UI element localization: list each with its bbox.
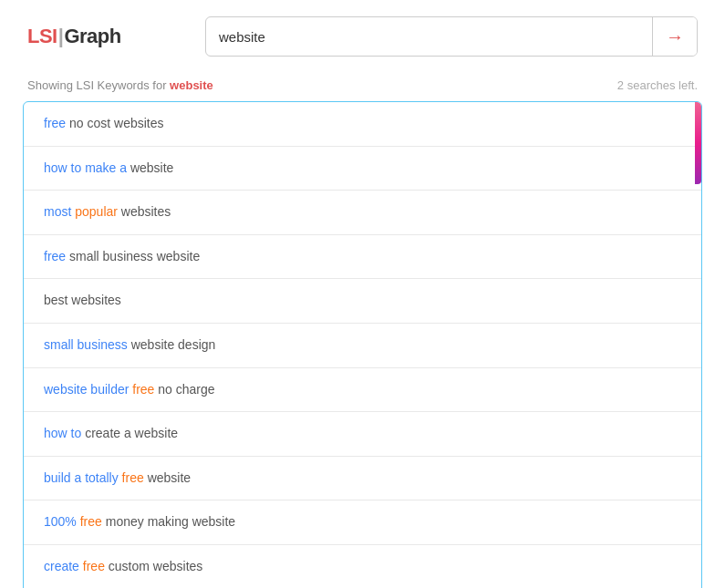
- subheader: Showing LSI Keywords for website 2 searc…: [0, 69, 725, 101]
- logo-graph: Graph: [64, 25, 120, 48]
- result-text: best websites: [44, 293, 121, 307]
- showing-text: Showing LSI Keywords for: [27, 78, 166, 92]
- result-text: website builder free no charge: [44, 382, 215, 397]
- list-item[interactable]: free no cost websites: [24, 102, 701, 147]
- search-bar: →: [205, 16, 698, 57]
- list-item[interactable]: create free custom websites: [24, 545, 701, 588]
- result-text: 100% free money making website: [44, 514, 235, 529]
- results-list: free no cost websiteshow to make a websi…: [24, 102, 701, 588]
- search-button[interactable]: →: [652, 17, 697, 56]
- result-text: free no cost websites: [44, 116, 164, 130]
- list-item[interactable]: how to create a website: [24, 412, 701, 457]
- search-submit-icon: →: [666, 26, 684, 47]
- search-input[interactable]: [206, 29, 652, 45]
- logo-pipe: |: [58, 25, 64, 48]
- result-text: how to create a website: [44, 426, 178, 440]
- subheader-keyword: website: [170, 78, 213, 92]
- logo: LSI|Graph: [27, 25, 121, 48]
- logo-lsi: LSI: [27, 25, 57, 48]
- header: LSI|Graph →: [0, 0, 725, 69]
- scroll-accent[interactable]: [695, 102, 701, 184]
- result-text: most popular websites: [44, 204, 171, 219]
- results-container: free no cost websiteshow to make a websi…: [23, 101, 702, 588]
- searches-left: 2 searches left.: [617, 78, 698, 92]
- list-item[interactable]: small business website design: [24, 324, 701, 368]
- list-item[interactable]: most popular websites: [24, 191, 701, 235]
- list-item[interactable]: how to make a website: [24, 147, 701, 191]
- result-text: build a totally free website: [44, 470, 191, 485]
- result-text: how to make a website: [44, 160, 173, 175]
- result-text: small business website design: [44, 337, 215, 352]
- list-item[interactable]: website builder free no charge: [24, 368, 701, 413]
- result-text: create free custom websites: [44, 559, 202, 573]
- list-item[interactable]: free small business website: [24, 235, 701, 280]
- list-item[interactable]: 100% free money making website: [24, 500, 701, 545]
- list-item[interactable]: build a totally free website: [24, 457, 701, 501]
- list-item[interactable]: best websites: [24, 279, 701, 324]
- result-text: free small business website: [44, 249, 200, 263]
- subheader-showing: Showing LSI Keywords for website: [27, 78, 213, 92]
